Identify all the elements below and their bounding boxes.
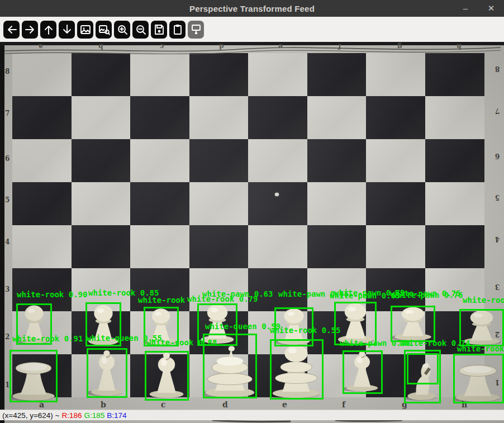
save-button[interactable] [151, 21, 167, 39]
image-icon [79, 23, 92, 36]
rank-label-right-6: 6 [495, 152, 500, 160]
status-bar: (x=425, y=624) ~ R:186 G:185 B:174 [0, 410, 504, 420]
image-zoom-icon [97, 23, 111, 36]
rank-label-left-5: 5 [5, 196, 9, 204]
board-square-b6 [72, 139, 131, 182]
zoom-x1-button[interactable] [77, 21, 93, 39]
detection-label: white-rook 0.55 [270, 326, 340, 335]
wavy-border-icon [0, 42, 504, 58]
board-square-g8 [366, 53, 425, 96]
rank-label-left-2: 2 [5, 333, 9, 341]
board-square-e8 [248, 53, 307, 96]
board-square-a6 [12, 139, 72, 182]
detection-box [343, 350, 383, 394]
file-label-top-b: b [98, 42, 103, 50]
board-border-ornament [0, 42, 504, 58]
board-square-a8 [12, 53, 72, 96]
detection-label: white-rook 0.91 [12, 334, 83, 343]
app-window: Perspective Transformed Feed – ✕ aabbccd… [0, 0, 504, 423]
board-square-f8 [307, 53, 367, 96]
file-label-top-e: e [278, 42, 283, 50]
board-square-d4 [189, 225, 249, 268]
board-square-d6 [189, 139, 249, 182]
board-square-g5 [366, 182, 425, 225]
pan-up-button[interactable] [40, 21, 56, 39]
board-square-e7 [248, 96, 307, 139]
detection-box [87, 348, 127, 398]
board-square-e6 [248, 139, 307, 182]
board-square-g4 [366, 225, 425, 268]
properties-button[interactable] [188, 21, 204, 39]
detection-box [391, 306, 435, 342]
zoom-in-button[interactable] [114, 21, 130, 39]
image-viewport[interactable]: aabbccddeeffgghh8877665544332211white-ro… [0, 42, 504, 423]
board-square-a5 [12, 182, 72, 225]
pan-right-button[interactable] [22, 21, 38, 39]
board-square-c8 [130, 53, 189, 96]
pan-left-button[interactable] [3, 21, 20, 39]
detection-label: white-rook [463, 296, 504, 305]
file-label-top-d: d [219, 42, 224, 50]
arrow-up-icon [42, 23, 55, 36]
file-label-top-a: a [39, 42, 43, 50]
title-bar: Perspective Transformed Feed – ✕ [0, 0, 504, 17]
board-square-d5 [189, 182, 249, 225]
blue-value-readout: B:174 [107, 411, 126, 420]
detection-box [270, 339, 324, 400]
rank-label-right-7: 7 [495, 107, 500, 115]
board-square-d8 [189, 53, 249, 96]
copy-button[interactable] [169, 21, 186, 39]
detection-label: white-rook 0.79 [187, 294, 258, 303]
board-square-c5 [130, 182, 189, 225]
cursor-position-readout: (x=425, y=624) ~ [2, 411, 59, 420]
rank-label-right-3: 3 [495, 283, 500, 291]
rank-label-right-8: 8 [495, 65, 500, 73]
detection-label: white-queen 0.59 [205, 322, 280, 331]
file-label-top-g: g [397, 42, 402, 50]
paint-icon [189, 23, 203, 36]
board-square-g6 [366, 139, 425, 182]
board-square-h8 [425, 53, 484, 96]
board-square-h7 [425, 96, 484, 139]
board-square-b5 [72, 182, 131, 225]
minimize-button[interactable]: – [457, 0, 474, 17]
zoom-image-button[interactable] [96, 21, 112, 39]
detection-label: white-rook [138, 296, 185, 305]
detection-label: white-pawn 0.76 [392, 291, 463, 300]
rank-label-left-3: 3 [5, 286, 9, 293]
board-square-a4 [12, 225, 72, 268]
board-square-c7 [130, 96, 189, 139]
file-label-top-f: f [338, 42, 341, 50]
board-square-h6 [425, 139, 484, 182]
pan-down-button[interactable] [59, 21, 75, 39]
detection-label: white-rook 0.88 [146, 338, 217, 347]
save-icon [153, 23, 166, 36]
detection-box [145, 351, 189, 401]
red-value-readout: R:186 [61, 411, 82, 420]
zoom-out-button[interactable] [132, 21, 149, 39]
board-square-f4 [307, 225, 367, 268]
board-square-d7 [189, 96, 249, 139]
board-square-e4 [248, 225, 307, 268]
detection-label: white-rook [457, 344, 504, 353]
board-square-h4 [425, 225, 484, 268]
close-button[interactable]: ✕ [483, 0, 500, 17]
board-square-f5 [307, 182, 367, 225]
photo-edge-left [0, 42, 4, 423]
arrow-right-icon [23, 23, 37, 36]
board-square-f7 [307, 96, 367, 139]
rank-label-left-8: 8 [5, 68, 9, 75]
toolbar [0, 17, 504, 42]
board-square-g7 [366, 96, 425, 139]
board-square-c6 [130, 139, 189, 182]
detection-label: white-rook 0.90 [17, 290, 87, 299]
arrow-down-icon [60, 23, 74, 36]
zoom-out-icon [134, 23, 148, 36]
board-speck [275, 193, 279, 196]
board-square-c4 [130, 225, 189, 268]
board-square-b7 [72, 96, 131, 139]
board-square-h5 [425, 182, 484, 225]
arrow-left-icon [5, 23, 18, 36]
clipboard-icon [171, 23, 184, 36]
green-value-readout: G:185 [84, 411, 104, 420]
